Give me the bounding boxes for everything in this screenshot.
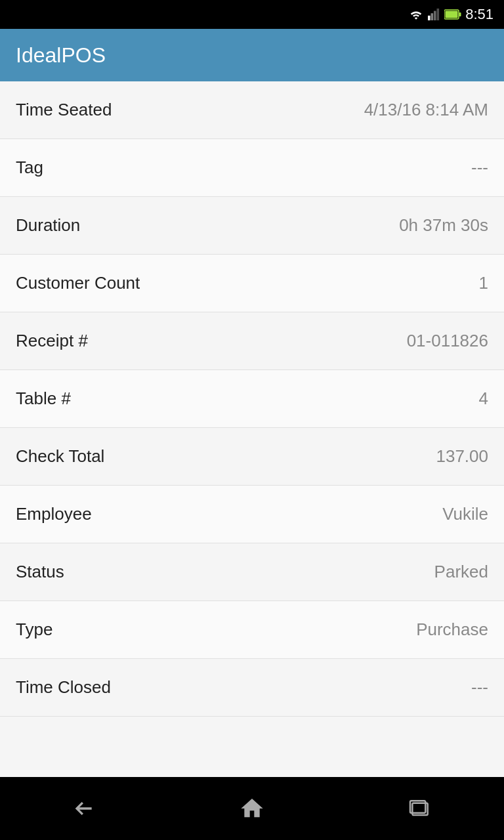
row-value: 4/13/16 8:14 AM bbox=[364, 100, 488, 120]
table-row: Receipt #01-011826 bbox=[0, 312, 504, 370]
row-value: Vukile bbox=[442, 504, 488, 524]
row-label: Time Seated bbox=[16, 100, 112, 120]
table-row: Time Closed--- bbox=[0, 659, 504, 717]
row-value: 137.00 bbox=[436, 446, 488, 467]
table-row: StatusParked bbox=[0, 543, 504, 601]
row-label: Customer Count bbox=[16, 273, 140, 293]
table-row: EmployeeVukile bbox=[0, 486, 504, 543]
back-button[interactable] bbox=[58, 789, 110, 828]
row-label: Status bbox=[16, 562, 64, 582]
table-row: Check Total137.00 bbox=[0, 428, 504, 486]
content-area: Time Seated4/13/16 8:14 AMTag---Duration… bbox=[0, 81, 504, 777]
nav-bar bbox=[0, 777, 504, 840]
app-bar: IdealPOS bbox=[0, 29, 504, 81]
svg-rect-5 bbox=[446, 11, 458, 18]
row-value: Purchase bbox=[416, 620, 488, 640]
app-title: IdealPOS bbox=[16, 43, 106, 68]
table-row: TypePurchase bbox=[0, 601, 504, 659]
svg-rect-1 bbox=[431, 13, 434, 20]
recents-icon bbox=[407, 795, 433, 822]
battery-icon bbox=[444, 9, 461, 20]
row-label: Check Total bbox=[16, 446, 104, 467]
svg-rect-6 bbox=[459, 12, 461, 16]
row-value: 01-011826 bbox=[407, 331, 488, 351]
svg-rect-2 bbox=[434, 11, 436, 20]
table-row: Duration0h 37m 30s bbox=[0, 197, 504, 255]
table-row: Table #4 bbox=[0, 370, 504, 428]
row-label: Receipt # bbox=[16, 331, 88, 351]
row-value: 1 bbox=[479, 273, 488, 293]
row-label: Employee bbox=[16, 504, 92, 524]
row-label: Type bbox=[16, 620, 52, 640]
svg-rect-3 bbox=[437, 9, 440, 20]
table-row: Customer Count1 bbox=[0, 255, 504, 312]
status-time: 8:51 bbox=[465, 6, 494, 23]
wifi-icon bbox=[409, 9, 423, 20]
status-bar: 8:51 bbox=[0, 0, 504, 29]
row-label: Table # bbox=[16, 388, 71, 409]
row-value: 4 bbox=[479, 388, 488, 409]
row-value: 0h 37m 30s bbox=[399, 215, 488, 236]
row-label: Duration bbox=[16, 215, 80, 236]
back-icon bbox=[71, 795, 97, 822]
home-button[interactable] bbox=[226, 789, 278, 828]
row-label: Tag bbox=[16, 158, 43, 178]
home-icon bbox=[239, 795, 265, 822]
svg-rect-0 bbox=[428, 16, 430, 20]
signal-icon bbox=[427, 9, 440, 20]
status-icons: 8:51 bbox=[409, 6, 494, 23]
recents-button[interactable] bbox=[394, 789, 446, 828]
table-row: Time Seated4/13/16 8:14 AM bbox=[0, 81, 504, 139]
table-row: Tag--- bbox=[0, 139, 504, 197]
row-value: Parked bbox=[434, 562, 488, 582]
row-value: --- bbox=[471, 677, 488, 698]
row-label: Time Closed bbox=[16, 677, 111, 698]
row-value: --- bbox=[471, 158, 488, 178]
